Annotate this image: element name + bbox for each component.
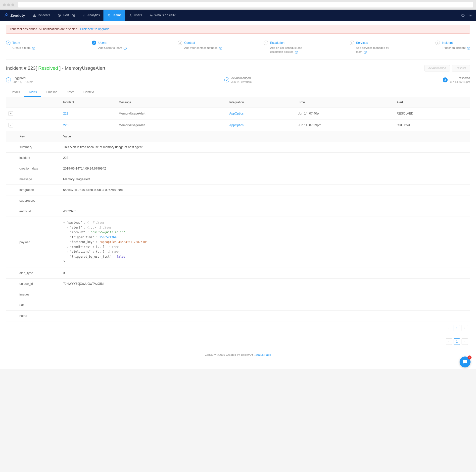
- check-icon: [6, 77, 11, 82]
- help-icon[interactable]: ?: [295, 51, 298, 54]
- window-dot: [3, 3, 6, 6]
- kv-payload-row: payload ▾ "payload" : { 7 items ▸ "alert…: [6, 217, 470, 268]
- onboard-team[interactable]: Team Create a team ?: [6, 41, 92, 50]
- col-incident: Incident: [61, 97, 116, 108]
- step-number: 4: [264, 41, 268, 45]
- table-row: + 223 MemoryUsageAlert AppOptics Jun 14,…: [6, 108, 470, 119]
- brand-logo[interactable]: Zenduty: [4, 13, 25, 18]
- help-icon[interactable]: ?: [32, 47, 35, 50]
- kv-row: unique_id7JHWYY69jXavUGwTVzG5d: [6, 279, 470, 289]
- nav-alert-log[interactable]: Alert Log: [54, 10, 79, 21]
- pagination-inner: ‹ 1 ›: [6, 321, 470, 335]
- help-icon[interactable]: ?: [219, 47, 222, 50]
- step-number: 6: [435, 41, 440, 45]
- settings-icon[interactable]: [468, 13, 472, 17]
- kv-row: integration55d54725-7a40-41bb-900b-33d76…: [6, 185, 470, 195]
- help-icon[interactable]: ?: [124, 47, 127, 50]
- expand-button[interactable]: +: [8, 111, 13, 116]
- nav-right: [461, 13, 472, 17]
- nav-oncall[interactable]: Who is on call?: [146, 10, 179, 21]
- window-dot: [11, 3, 14, 6]
- step-number: 3: [178, 41, 182, 45]
- tab-notes[interactable]: Notes: [62, 88, 79, 97]
- incident-link[interactable]: 223: [63, 112, 68, 115]
- incident-title: Incident # 223[ Resolved ] - MemoryUsage…: [6, 65, 105, 71]
- kv-row: suppressed: [6, 195, 470, 206]
- col-message: Message: [116, 97, 227, 108]
- next-page-button[interactable]: ›: [462, 338, 468, 345]
- kv-row: entity_id43323901: [6, 206, 470, 217]
- user-icon: [129, 13, 132, 17]
- onboard-services[interactable]: 5Services Add services managed by team ?: [350, 41, 435, 54]
- resolve-button[interactable]: Resolve: [452, 65, 470, 71]
- onboarding-steps: Team Create a team ? 2Users Add Users to…: [6, 38, 470, 59]
- table-row: - 223 MemoryUsageAlert AppOptics Jun 14,…: [6, 119, 470, 131]
- prev-page-button[interactable]: ‹: [446, 325, 452, 331]
- collapse-button[interactable]: -: [8, 123, 13, 127]
- step-number: 3: [443, 77, 448, 82]
- tab-context[interactable]: Context: [79, 88, 99, 97]
- footer: ZenDuty ©2019 Created by YellowAnt . Sta…: [6, 348, 470, 359]
- logo-icon: [4, 13, 9, 18]
- tab-timeline[interactable]: Timeline: [41, 88, 62, 97]
- acknowledge-button[interactable]: Acknowledge: [425, 65, 450, 71]
- incident-link[interactable]: 223: [63, 123, 68, 127]
- svg-point-0: [6, 13, 7, 15]
- integration-link[interactable]: AppOptics: [229, 112, 244, 115]
- chat-button[interactable]: 4: [460, 356, 471, 367]
- col-time: Time: [296, 97, 394, 108]
- nav-users[interactable]: Users: [125, 10, 146, 21]
- phone-icon: [149, 13, 153, 17]
- svg-point-3: [109, 14, 110, 15]
- chat-icon: [462, 359, 468, 365]
- window-dot: [7, 3, 10, 6]
- page-number[interactable]: 1: [454, 325, 460, 331]
- help-icon[interactable]: ?: [467, 47, 470, 50]
- tabs: Details Alerts Timeline Notes Context: [6, 88, 470, 97]
- kv-row: notes: [6, 311, 470, 321]
- onboard-escalation[interactable]: 4Escalation Add on-call schedule and esc…: [264, 41, 349, 54]
- svg-point-6: [470, 15, 471, 15]
- tab-details[interactable]: Details: [6, 88, 24, 97]
- alerts-table: Incident Message Integration Time Alert …: [6, 97, 470, 321]
- onboard-contact[interactable]: 3Contact Add your contact methods ?: [178, 41, 264, 50]
- warning-icon: [33, 13, 36, 17]
- kv-row: creation_date2019-06-14T14:09:24.679994Z: [6, 163, 470, 174]
- col-alert: Alert: [394, 97, 470, 108]
- bar-chart-icon: [82, 13, 86, 17]
- integration-link[interactable]: AppOptics: [229, 123, 244, 127]
- trial-banner: Your trial has ended. All notifications …: [6, 25, 470, 34]
- chat-badge: 4: [468, 355, 472, 359]
- next-page-button[interactable]: ›: [462, 325, 468, 331]
- upgrade-link[interactable]: Click here to upgrade: [80, 27, 109, 31]
- brand-name: Zenduty: [10, 13, 25, 17]
- nav-incidents[interactable]: Incidents: [29, 10, 54, 21]
- page-number[interactable]: 1: [454, 338, 460, 345]
- users-icon: [107, 13, 111, 17]
- prev-page-button[interactable]: ‹: [446, 338, 452, 345]
- help-icon[interactable]: [461, 13, 465, 17]
- kv-row: summaryThis Alert is fired because of me…: [6, 142, 470, 153]
- nav-teams[interactable]: Teams: [103, 10, 125, 21]
- kv-row: urls: [6, 300, 470, 311]
- nav-items: Incidents Alert Log Analytics Teams User…: [29, 10, 179, 21]
- check-icon: [6, 41, 10, 45]
- pagination-outer: ‹ 1 ›: [6, 335, 470, 348]
- kv-row: incident223: [6, 153, 470, 163]
- tab-alerts[interactable]: Alerts: [24, 88, 41, 97]
- top-nav: Zenduty Incidents Alert Log Analytics Te…: [0, 10, 476, 21]
- url-bar[interactable]: [18, 2, 473, 7]
- nav-analytics[interactable]: Analytics: [79, 10, 103, 21]
- trial-text: Your trial has ended. All notifications …: [10, 27, 78, 31]
- check-icon: [224, 77, 229, 82]
- status-page-link[interactable]: Status Page: [255, 353, 271, 356]
- help-icon[interactable]: ?: [364, 51, 367, 54]
- detail-header-row: Key Value: [6, 131, 470, 142]
- kv-row: images: [6, 289, 470, 300]
- onboard-incident[interactable]: 6Incident Trigger an incident ?: [435, 41, 470, 50]
- payload-json: ▾ "payload" : { 7 items ▸ "alert" : {...…: [63, 220, 468, 264]
- kv-row: alert_type3: [6, 268, 470, 279]
- onboard-users[interactable]: 2Users Add Users to team ?: [92, 41, 178, 50]
- svg-point-4: [130, 14, 131, 15]
- incident-timeline: TriggeredJun 14, 07:39pm AcknowledgedJun…: [6, 76, 470, 83]
